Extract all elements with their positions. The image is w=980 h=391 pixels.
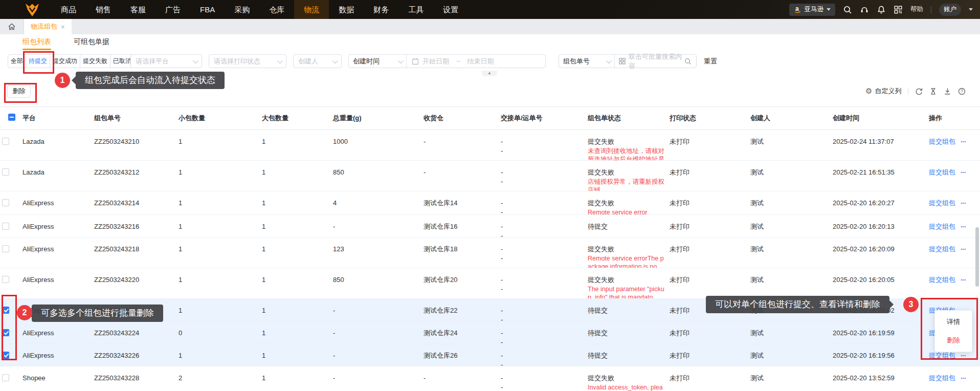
download-icon[interactable]: [944, 88, 951, 95]
topbar-menu-item[interactable]: 客服: [121, 0, 155, 19]
cell-weight: 1000: [331, 130, 421, 161]
submit-package-link[interactable]: 提交组包: [929, 199, 955, 208]
cell-handover-waybill: - -: [499, 237, 586, 268]
customize-columns-label[interactable]: 自定义列: [875, 86, 901, 96]
more-actions-icon[interactable]: ···: [961, 137, 966, 146]
topbar-menu-item[interactable]: 设置: [433, 0, 468, 19]
sub-tab[interactable]: 组包列表: [23, 34, 51, 50]
more-actions-icon[interactable]: ···: [961, 199, 966, 208]
home-tab-button[interactable]: [0, 19, 24, 34]
help-circle-icon[interactable]: ?: [958, 88, 966, 95]
cell-print-status: 未打印: [667, 191, 748, 215]
apps-grid-icon[interactable]: [894, 5, 903, 14]
search-input[interactable]: 双击可批量搜索内容: [629, 52, 684, 71]
more-actions-icon[interactable]: ···: [961, 351, 966, 360]
search-field-select[interactable]: 组包单号: [559, 57, 614, 66]
submit-package-link[interactable]: 提交组包: [929, 374, 955, 383]
cell-weight: -: [331, 321, 421, 344]
table-tools: ⚙ 自定义列 ?: [865, 85, 966, 97]
row-menu-item[interactable]: 删除: [935, 331, 972, 350]
status-text: 提交失败: [588, 374, 667, 383]
hourglass-icon[interactable]: [929, 88, 937, 95]
search-glass-icon[interactable]: [684, 58, 692, 65]
submit-package-link[interactable]: 提交组包: [929, 168, 955, 177]
cell-created-at: 2025-02-20 16:19:56: [831, 344, 927, 366]
row-checkbox[interactable]: [2, 374, 9, 381]
row-checkbox[interactable]: [2, 223, 9, 230]
submit-package-link[interactable]: 提交组包: [929, 275, 955, 285]
delete-button[interactable]: 删除: [7, 85, 31, 98]
account-label: 账户: [944, 5, 956, 14]
status-filter-option[interactable]: 全部: [8, 54, 26, 68]
headset-icon[interactable]: [860, 5, 869, 14]
topbar-menu-item[interactable]: 工具: [398, 0, 433, 19]
account-button[interactable]: 账户: [939, 4, 961, 16]
cell-warehouse: 测试仓库14: [421, 191, 499, 215]
cell-order-no: ZZ2503243226: [92, 344, 176, 366]
status-filter-option[interactable]: 待提交: [26, 54, 50, 68]
cell-operations: 提交组包 ···: [927, 191, 980, 215]
sub-tab[interactable]: 可组包单据: [74, 34, 109, 50]
more-actions-icon[interactable]: ···: [961, 275, 966, 285]
account-caret-down-icon[interactable]: [969, 8, 973, 11]
submit-package-link[interactable]: 提交组包: [929, 222, 955, 231]
cell-weight: 850: [331, 161, 421, 191]
cell-small-qty: 1: [176, 344, 260, 366]
reset-button[interactable]: 重置: [704, 54, 717, 68]
close-icon[interactable]: ×: [61, 23, 65, 31]
column-header: 操作: [927, 114, 980, 123]
store-selector-button[interactable]: a 亚马逊: [789, 4, 836, 16]
row-checkbox[interactable]: [2, 168, 9, 176]
more-actions-icon[interactable]: ···: [961, 374, 966, 383]
platform-select[interactable]: 请选择平台: [130, 54, 202, 68]
select-all-checkbox[interactable]: [8, 114, 15, 121]
cell-created-at: 2025-02-20 16:20:05: [831, 268, 927, 299]
collapse-filter-arrow-icon[interactable]: ▲: [482, 71, 497, 76]
table-row: Shopee ZZ2503243228 2 1 - - - - 提交失败 Inv…: [0, 366, 980, 391]
topbar-menu-item[interactable]: 物流: [294, 0, 329, 19]
cell-handover-waybill: - -: [499, 130, 586, 161]
notification-bell-icon[interactable]: [877, 5, 886, 14]
topbar-menu-item[interactable]: 商品: [51, 0, 86, 19]
time-field-select[interactable]: 创建时间: [349, 57, 406, 66]
print-status-placeholder: 请选择打印状态: [214, 57, 260, 66]
refresh-icon[interactable]: [915, 88, 923, 95]
cell-big-qty: 1: [260, 130, 331, 161]
more-actions-icon[interactable]: ···: [961, 168, 966, 177]
topbar-menu-item[interactable]: FBA: [190, 0, 225, 19]
submit-package-link[interactable]: 提交组包: [929, 245, 955, 254]
submit-package-link[interactable]: 提交组包: [929, 137, 955, 146]
row-checkbox[interactable]: [2, 199, 9, 206]
help-link[interactable]: 帮助: [910, 5, 923, 14]
gear-icon[interactable]: ⚙: [865, 86, 872, 96]
row-checkbox[interactable]: [2, 352, 9, 359]
topbar-menu-item[interactable]: 仓库: [259, 0, 294, 19]
status-filter-option[interactable]: 提交失败: [80, 54, 110, 68]
more-actions-icon[interactable]: ···: [961, 222, 966, 231]
column-header: 组包单状态: [586, 114, 667, 123]
row-checkbox[interactable]: [2, 245, 9, 252]
date-end-input[interactable]: 结束日期: [467, 57, 494, 66]
cell-order-no: ZZ2503243214: [92, 191, 176, 215]
topbar-menu-item[interactable]: 销售: [86, 0, 121, 19]
date-start-input[interactable]: 开始日期: [422, 57, 449, 66]
print-status-select[interactable]: 请选择打印状态: [209, 54, 286, 68]
topbar-menu-item[interactable]: 财务: [364, 0, 398, 19]
topbar-menu-item[interactable]: 数据: [329, 0, 364, 19]
status-filter-option[interactable]: 提交成功: [50, 54, 80, 68]
annotation-step-3-badge: 3: [903, 297, 919, 312]
topbar-menu-item[interactable]: 广告: [155, 0, 190, 19]
tab-logistics-package[interactable]: 物流组包 ×: [24, 19, 72, 34]
search-icon[interactable]: [843, 5, 852, 14]
row-checkbox[interactable]: [2, 138, 9, 145]
row-checkbox[interactable]: [2, 276, 9, 283]
vertical-scrollbar[interactable]: [975, 227, 979, 287]
row-menu-item[interactable]: 详情: [935, 313, 972, 331]
submit-package-link[interactable]: 提交组包: [929, 351, 955, 360]
creator-select[interactable]: 创建人: [293, 54, 342, 68]
row-checkbox[interactable]: [2, 329, 9, 336]
topbar-menu-item[interactable]: 采购: [225, 0, 259, 19]
row-checkbox[interactable]: [2, 307, 9, 314]
more-actions-icon[interactable]: ···: [961, 245, 966, 254]
topbar-right-cluster: a 亚马逊: [789, 0, 973, 19]
